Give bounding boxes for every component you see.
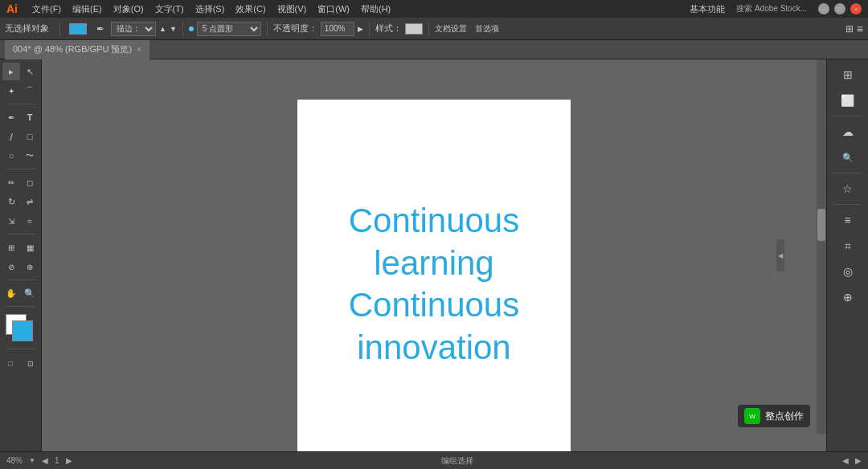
line-tool[interactable]: /: [2, 128, 20, 145]
vertical-scrollbar[interactable]: [817, 59, 826, 434]
warp-tool[interactable]: ≈: [21, 212, 39, 230]
watermark-text: 整点创作: [765, 410, 804, 423]
text-line-4: innovation: [349, 327, 519, 369]
normal-mode-btn[interactable]: □: [2, 355, 19, 373]
pen-tool[interactable]: ✒: [2, 108, 20, 126]
window-controls: — □ ×: [818, 3, 862, 14]
menu-select[interactable]: 选择(S): [195, 3, 225, 15]
stroke-down-icon[interactable]: ▼: [170, 25, 177, 33]
page-prev-button[interactable]: ◀: [42, 456, 48, 465]
page-next-button[interactable]: ▶: [66, 456, 72, 465]
measure-tool[interactable]: ⊕: [21, 258, 39, 275]
type-tool[interactable]: T: [21, 108, 39, 126]
align-panel-icon[interactable]: ≡: [837, 210, 858, 230]
foreground-color-swatch[interactable]: [12, 320, 33, 341]
reflect-tool[interactable]: ⇌: [21, 193, 39, 210]
layers-panel-icon[interactable]: ⊞: [837, 64, 858, 85]
divider-2: [182, 22, 183, 36]
cc-libraries-icon[interactable]: ☆: [837, 178, 858, 199]
tool-sep-3: [6, 234, 35, 234]
style-swatch[interactable]: [405, 23, 423, 35]
zoom-tool[interactable]: 🔍: [21, 284, 39, 302]
hand-zoom-tools: ✋ 🔍: [2, 284, 39, 302]
document-tab[interactable]: 004* @ 48% (RGB/GPU 预览) ×: [5, 40, 149, 59]
opacity-arrow-right[interactable]: ▶: [358, 25, 363, 33]
status-left: 48% ▼ ◀ 1 ▶: [6, 456, 72, 465]
zoom-down-arrow[interactable]: ▼: [29, 457, 35, 464]
scale-tools: ⇲ ≈: [2, 212, 39, 230]
dot-indicator: [189, 27, 194, 31]
workspace-label[interactable]: 基本功能: [690, 3, 725, 15]
more-icon[interactable]: ≡: [857, 22, 863, 35]
menu-edit[interactable]: 编辑(E): [72, 3, 102, 15]
menu-help[interactable]: 帮助(H): [361, 3, 391, 15]
status-bar: 48% ▼ ◀ 1 ▶ 编组选择 ◀ ▶: [0, 451, 868, 469]
gradient-mesh-tool[interactable]: ⊞: [2, 239, 20, 256]
preferences-button[interactable]: 首选项: [475, 23, 499, 35]
properties-panel-icon[interactable]: 🔍: [837, 147, 858, 168]
zoom-level: 48%: [6, 456, 23, 465]
eyedropper-tool[interactable]: ⊘: [2, 258, 20, 275]
menu-file[interactable]: 文件(F): [32, 3, 61, 15]
pencil-tools: ✏ ◻: [2, 173, 39, 191]
scrollbar-thumb[interactable]: [817, 209, 825, 241]
hand-tool[interactable]: ✋: [2, 284, 20, 302]
minimize-button[interactable]: —: [818, 3, 829, 14]
artboard-content: Continuous learning Continuous innovatio…: [349, 200, 519, 369]
fill-swatch[interactable]: [69, 23, 87, 35]
fullscreen-mode-btn[interactable]: ⊡: [22, 355, 39, 373]
style-label: 样式：: [375, 22, 402, 35]
brush-tool[interactable]: 〜: [21, 147, 39, 165]
close-button[interactable]: ×: [850, 3, 862, 14]
eraser-tool[interactable]: ◻: [21, 173, 39, 191]
artboards-panel-icon[interactable]: ⬜: [837, 90, 858, 111]
menu-view[interactable]: 视图(V): [277, 3, 307, 15]
shape-select[interactable]: 5 点圆形: [197, 22, 261, 36]
menu-effect[interactable]: 效果(C): [235, 3, 265, 15]
canvas-area[interactable]: Continuous learning Continuous innovatio…: [42, 59, 826, 451]
stroke-icon[interactable]: ✒: [93, 23, 108, 35]
opacity-input[interactable]: [321, 22, 354, 36]
status-nav-right-icon[interactable]: ▶: [855, 456, 862, 465]
arrange-icon[interactable]: ⊞: [845, 23, 854, 35]
libraries-panel-icon[interactable]: ☁: [837, 121, 858, 142]
status-label: 编组选择: [441, 455, 473, 467]
search-stock[interactable]: 搜索 Adobe Stock...: [736, 3, 807, 14]
rect-tool[interactable]: □: [21, 128, 39, 145]
status-nav-icon[interactable]: ◀: [842, 456, 849, 465]
select-tool[interactable]: ▸: [2, 63, 20, 80]
tab-close-button[interactable]: ×: [137, 45, 141, 54]
direct-select-tool[interactable]: ↖: [21, 63, 39, 80]
properties-toolbar: 无选择对象 ✒ 描边： ▲ ▼ 5 点圆形 不透明度： ▶ 样式： 文档设置 首…: [0, 18, 868, 40]
menu-type[interactable]: 文字(T): [155, 3, 184, 15]
tool-sep-5: [6, 306, 35, 307]
opacity-label: 不透明度：: [273, 22, 317, 35]
maximize-button[interactable]: □: [834, 3, 845, 14]
mode-buttons: □ ⊡: [2, 355, 39, 373]
pencil-tool[interactable]: ✏: [2, 173, 20, 191]
doc-settings-button[interactable]: 文档设置: [435, 23, 467, 35]
ellipse-tool[interactable]: ○: [2, 147, 20, 165]
tool-sep-4: [6, 279, 35, 280]
page-number: 1: [55, 456, 59, 465]
panel-collapse-handle[interactable]: ◀: [776, 239, 784, 271]
rotate-tool[interactable]: ↻: [2, 193, 20, 210]
magic-wand-tool[interactable]: ✦: [2, 82, 20, 100]
menu-window[interactable]: 窗口(W): [317, 3, 350, 15]
tab-label: 004* @ 48% (RGB/GPU 预览): [13, 43, 132, 55]
transform-panel-icon[interactable]: ⌗: [837, 235, 858, 256]
status-center: 编组选择: [80, 455, 835, 467]
app-logo: Ai: [6, 2, 18, 15]
artboard: Continuous learning Continuous innovatio…: [297, 100, 571, 451]
graphic-styles-icon[interactable]: ⊕: [837, 287, 858, 308]
graph-tool[interactable]: ▦: [21, 239, 39, 256]
scale-tool[interactable]: ⇲: [2, 212, 20, 230]
appearance-panel-icon[interactable]: ◎: [837, 261, 858, 282]
text-line-1: Continuous: [349, 200, 519, 243]
color-swatches: [6, 314, 36, 345]
fill-color-swatch[interactable]: [66, 23, 90, 35]
stroke-type-select[interactable]: 描边：: [111, 22, 156, 36]
menu-object[interactable]: 对象(O): [113, 3, 144, 15]
lasso-tool[interactable]: ⌒: [21, 82, 39, 100]
stroke-up-icon[interactable]: ▲: [159, 25, 166, 33]
